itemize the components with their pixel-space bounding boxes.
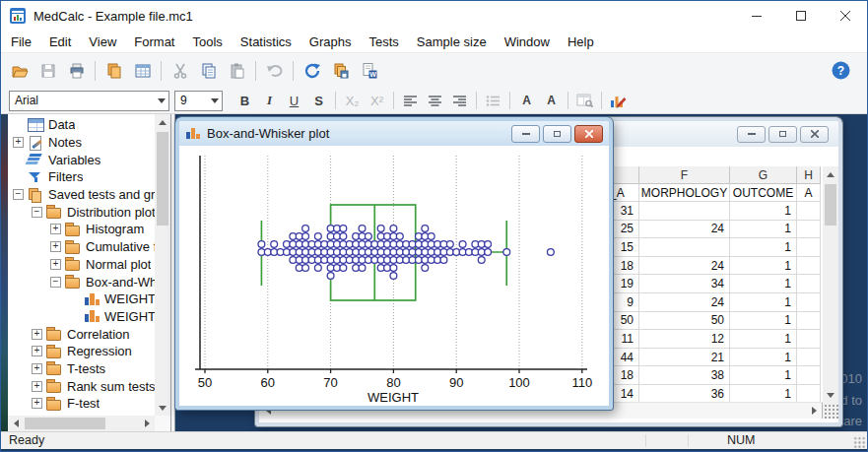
sheet-cell[interactable] <box>797 366 821 385</box>
sheet-cell[interactable]: 1 <box>730 275 797 293</box>
sheet-cell[interactable]: 1 <box>730 385 797 404</box>
bullet-list-icon[interactable] <box>481 89 505 112</box>
scroll-up-arrow[interactable] <box>823 166 838 182</box>
sheet-cell[interactable] <box>797 202 821 221</box>
plot-restore-button[interactable] <box>543 125 571 143</box>
scroll-left-arrow[interactable] <box>8 416 24 431</box>
tree-expander-plus[interactable]: + <box>13 137 24 148</box>
variable-name-cell[interactable]: A <box>797 184 821 202</box>
variable-name-cell[interactable]: MORPHOLOGY <box>639 184 730 202</box>
plot-minimize-button[interactable] <box>511 125 540 143</box>
menu-item-graphs[interactable]: Graphs <box>300 32 361 51</box>
menu-item-edit[interactable]: Edit <box>40 32 80 51</box>
minimize-button[interactable] <box>734 1 778 31</box>
tree-item-regression[interactable]: +Regression <box>8 343 155 360</box>
scrollbar-thumb[interactable] <box>825 184 836 226</box>
tree-horizontal-scrollbar[interactable] <box>8 416 155 431</box>
titlebar[interactable]: MedCalc - Example file.mc1 <box>1 1 867 31</box>
align-center-icon[interactable] <box>423 89 447 112</box>
menu-item-sample-size[interactable]: Sample size <box>408 32 496 51</box>
sheet-cell[interactable]: 1 <box>730 293 797 312</box>
tree-item-saved-tests-and-grap[interactable]: −Saved tests and grap <box>8 186 155 204</box>
sheet-cell[interactable]: 34 <box>639 275 730 293</box>
spreadsheet-restore-button[interactable] <box>768 126 797 143</box>
tree-item-histogram[interactable]: +Histogram <box>8 221 155 238</box>
tree-expander-minus[interactable]: − <box>50 277 61 288</box>
tree-expander-minus[interactable]: − <box>13 189 24 200</box>
scroll-up-arrow[interactable] <box>155 114 170 130</box>
save-all-icon[interactable] <box>326 58 355 84</box>
superscript-button[interactable]: X² <box>365 89 389 112</box>
sheet-cell[interactable]: 36 <box>639 385 730 404</box>
sheet-cell[interactable]: 24 <box>639 293 730 312</box>
tree-expander-plus[interactable]: + <box>32 381 42 392</box>
underline-button[interactable]: U <box>282 89 306 112</box>
copy-icon[interactable] <box>194 58 223 84</box>
tree-vertical-scrollbar[interactable] <box>155 114 170 416</box>
save-icon[interactable] <box>33 58 62 84</box>
tree-item-weight[interactable]: WEIGHT <box>8 308 155 326</box>
tree-item-f-test[interactable]: +F-test <box>8 395 155 413</box>
copy-sheets-icon[interactable] <box>100 58 128 84</box>
sheet-cell[interactable] <box>639 238 730 257</box>
sheet-cell[interactable]: 50 <box>639 312 730 331</box>
sheet-cell[interactable] <box>797 349 821 367</box>
menu-item-window[interactable]: Window <box>496 32 559 51</box>
tree-expander-plus[interactable]: + <box>50 259 61 270</box>
sheet-cell[interactable] <box>797 257 821 276</box>
tree-expander-plus[interactable]: + <box>32 363 42 374</box>
plot-close-button[interactable] <box>574 125 603 143</box>
sheet-cell[interactable]: 1 <box>730 221 797 239</box>
bold-button[interactable]: B <box>233 89 257 112</box>
sheet-cell[interactable]: 1 <box>730 349 797 367</box>
paste-icon[interactable] <box>223 58 251 84</box>
scroll-right-arrow[interactable] <box>139 416 155 431</box>
tree-expander-plus[interactable]: + <box>50 241 61 252</box>
strikethrough-button[interactable]: S <box>306 89 331 112</box>
scroll-down-arrow[interactable] <box>823 387 838 403</box>
menu-item-file[interactable]: File <box>2 32 40 51</box>
plot-window[interactable]: Box-and-Whisker plot 5060708090100110WEI… <box>175 117 613 410</box>
menu-item-tools[interactable]: Tools <box>183 32 231 51</box>
tree-item-cumulative-fr[interactable]: +Cumulative fr <box>8 238 155 256</box>
tree-item-notes[interactable]: +Notes <box>8 134 155 152</box>
spreadsheet-close-button[interactable] <box>800 126 829 143</box>
sheet-cell[interactable]: 1 <box>730 312 797 331</box>
format-table-icon[interactable] <box>572 89 597 112</box>
insert-table-icon[interactable] <box>128 58 157 84</box>
tree-expander-plus[interactable]: + <box>32 346 42 356</box>
resize-grip[interactable] <box>852 435 865 448</box>
menu-item-help[interactable]: Help <box>559 32 603 51</box>
sheet-cell[interactable] <box>797 312 821 331</box>
sheet-cell[interactable] <box>797 238 821 257</box>
refresh-icon[interactable] <box>298 58 326 84</box>
italic-button[interactable]: I <box>257 89 282 112</box>
resize-grip[interactable] <box>822 403 838 419</box>
maximize-button[interactable] <box>778 1 823 31</box>
print-icon[interactable] <box>62 58 91 84</box>
tree-expander-plus[interactable]: + <box>50 224 61 234</box>
increase-font-button[interactable]: A <box>514 89 539 112</box>
scroll-down-arrow[interactable] <box>155 400 170 416</box>
sheet-cell[interactable]: 1 <box>730 238 797 257</box>
sheet-cell[interactable] <box>797 221 821 239</box>
column-header-H[interactable]: H <box>797 166 821 184</box>
menu-item-tests[interactable]: Tests <box>361 32 408 51</box>
subscript-button[interactable]: X₂ <box>340 89 365 112</box>
format-graph-icon[interactable] <box>606 89 631 112</box>
tree-item-t-tests[interactable]: +T-tests <box>8 360 155 378</box>
sheet-cell[interactable] <box>797 330 821 349</box>
close-button[interactable] <box>823 1 867 31</box>
tree-expander-plus[interactable]: + <box>32 329 42 340</box>
help-icon[interactable]: ? <box>827 58 855 84</box>
tree-item-correlation[interactable]: +Correlation <box>8 325 155 343</box>
tree-item-variables[interactable]: Variables <box>8 151 155 168</box>
export-word-icon[interactable]: W <box>355 58 383 84</box>
font-family-select[interactable]: Arial <box>9 91 169 111</box>
sheet-cell[interactable]: 12 <box>639 330 730 349</box>
tree-item-rank-sum-tests[interactable]: +Rank sum tests <box>8 377 155 395</box>
menu-item-format[interactable]: Format <box>125 32 183 51</box>
spreadsheet-minimize-button[interactable] <box>737 126 766 143</box>
tree-item-distribution-plot[interactable]: −Distribution plot <box>8 203 155 221</box>
tree-item-normal-plot[interactable]: +Normal plot <box>8 256 155 274</box>
